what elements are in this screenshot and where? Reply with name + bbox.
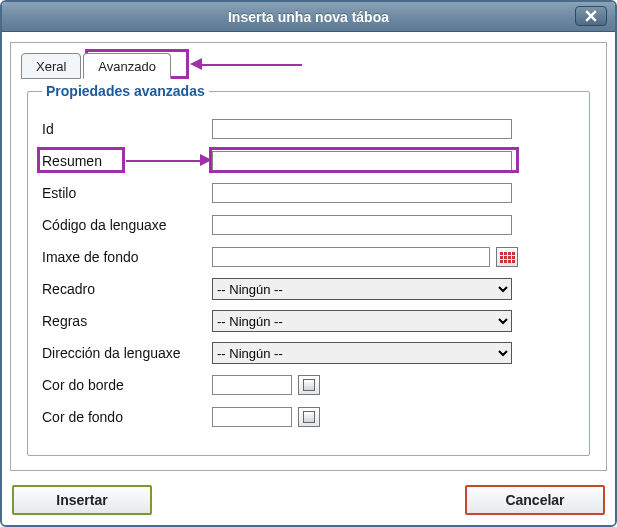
label-bordercolor: Cor do borde bbox=[42, 377, 212, 393]
advanced-fieldset: Propiedades avanzadas Id Resumen Estilo … bbox=[27, 83, 590, 456]
title-bar: Inserta unha nova táboa bbox=[2, 2, 615, 32]
close-icon bbox=[585, 10, 597, 22]
image-picker-icon bbox=[500, 252, 515, 263]
label-summary: Resumen bbox=[42, 153, 212, 169]
color-swatch-icon bbox=[303, 379, 315, 391]
label-langdir: Dirección da lenguaxe bbox=[42, 345, 212, 361]
input-langcode[interactable] bbox=[212, 215, 512, 235]
image-picker-button[interactable] bbox=[496, 247, 518, 267]
dialog-panel: Xeral Avanzado Propiedades avanzadas Id … bbox=[10, 42, 607, 471]
input-bordercolor[interactable] bbox=[212, 375, 292, 395]
tab-general[interactable]: Xeral bbox=[21, 53, 81, 79]
label-frame: Recadro bbox=[42, 281, 212, 297]
select-langdir[interactable]: -- Ningún -- bbox=[212, 342, 512, 364]
label-bgimage: Imaxe de fondo bbox=[42, 249, 212, 265]
label-rules: Regras bbox=[42, 313, 212, 329]
input-style[interactable] bbox=[212, 183, 512, 203]
cancel-button[interactable]: Cancelar bbox=[465, 485, 605, 515]
label-bgcolor: Cor de fondo bbox=[42, 409, 212, 425]
label-id: Id bbox=[42, 121, 212, 137]
input-bgcolor[interactable] bbox=[212, 407, 292, 427]
input-id[interactable] bbox=[212, 119, 512, 139]
tab-advanced[interactable]: Avanzado bbox=[83, 53, 171, 79]
label-style: Estilo bbox=[42, 185, 212, 201]
bgcolor-picker-button[interactable] bbox=[298, 407, 320, 427]
input-summary[interactable] bbox=[212, 151, 512, 171]
color-swatch-icon bbox=[303, 411, 315, 423]
fieldset-legend: Propiedades avanzadas bbox=[42, 83, 209, 99]
input-bgimage[interactable] bbox=[212, 247, 490, 267]
close-button[interactable] bbox=[575, 6, 607, 26]
label-langcode: Código da lenguaxe bbox=[42, 217, 212, 233]
select-rules[interactable]: -- Ningún -- bbox=[212, 310, 512, 332]
bordercolor-picker-button[interactable] bbox=[298, 375, 320, 395]
annotation-arrowhead-field bbox=[200, 154, 212, 166]
insert-button[interactable]: Insertar bbox=[12, 485, 152, 515]
select-frame[interactable]: -- Ningún -- bbox=[212, 278, 512, 300]
window-title: Inserta unha nova táboa bbox=[228, 9, 389, 25]
